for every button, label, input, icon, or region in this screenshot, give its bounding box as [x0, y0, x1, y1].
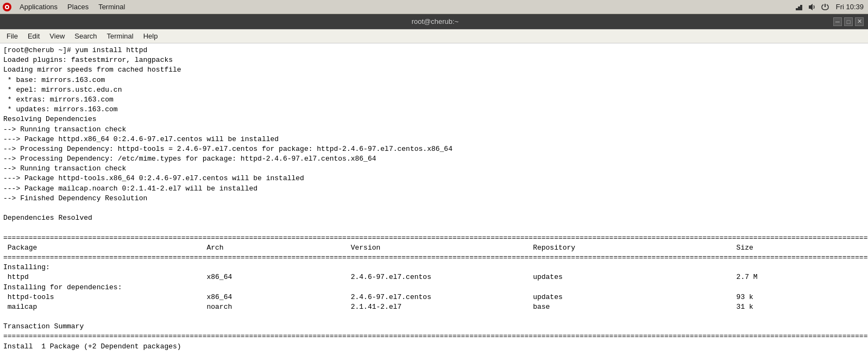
terminal-title: root@cherub:~: [37, 17, 833, 26]
svg-marker-6: [809, 4, 813, 10]
network-icon[interactable]: [795, 3, 803, 11]
svg-rect-5: [800, 5, 802, 10]
system-bar-right: Fri 10:39: [795, 3, 866, 11]
menu-terminal[interactable]: Terminal: [103, 31, 138, 41]
datetime: Fri 10:39: [834, 3, 866, 11]
system-bar: Applications Places Terminal Fri 10:39: [0, 0, 868, 14]
svg-rect-3: [796, 8, 798, 10]
restore-button[interactable]: □: [844, 17, 853, 26]
system-bar-left: Applications Places Terminal: [2, 2, 129, 12]
minimize-button[interactable]: ─: [833, 17, 842, 26]
places-menu[interactable]: Places: [63, 2, 93, 12]
applications-menu[interactable]: Applications: [15, 2, 62, 12]
menu-bar: File Edit View Search Terminal Help: [0, 29, 868, 43]
terminal-window: root@cherub:~ ─ □ ✕ File Edit View Searc…: [0, 14, 868, 356]
distro-icon: [2, 2, 12, 12]
menu-help[interactable]: Help: [139, 31, 162, 41]
menu-search[interactable]: Search: [70, 31, 101, 41]
menu-file[interactable]: File: [2, 31, 22, 41]
volume-icon[interactable]: [808, 3, 816, 11]
power-icon[interactable]: [821, 3, 829, 11]
title-bar-controls: ─ □ ✕: [833, 17, 864, 26]
terminal-content[interactable]: [root@cherub ~]# yum install httpd Loade…: [0, 43, 868, 356]
terminal-menu[interactable]: Terminal: [94, 2, 129, 12]
svg-point-2: [6, 6, 8, 8]
svg-rect-4: [798, 7, 800, 10]
menu-view[interactable]: View: [45, 31, 69, 41]
menu-edit[interactable]: Edit: [23, 31, 44, 41]
terminal-output: [root@cherub ~]# yum install httpd Loade…: [3, 46, 865, 352]
close-button[interactable]: ✕: [855, 17, 864, 26]
title-bar: root@cherub:~ ─ □ ✕: [0, 14, 868, 29]
